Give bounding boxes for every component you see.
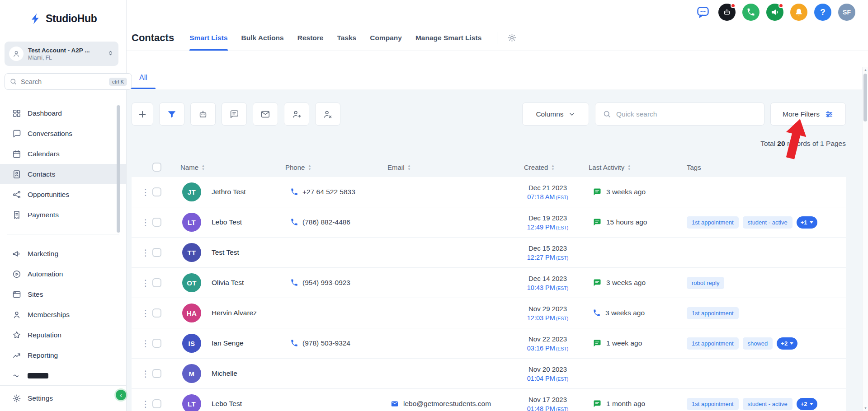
sidebar-item-reputation[interactable]: Reputation bbox=[0, 325, 126, 345]
tab-manage-smart-lists[interactable]: Manage Smart Lists bbox=[415, 25, 481, 51]
contact-name[interactable]: Lebo Test bbox=[212, 389, 242, 411]
remove-contact-button[interactable] bbox=[315, 103, 340, 126]
contact-name[interactable]: Michelle bbox=[212, 359, 237, 388]
column-header-created[interactable]: Created bbox=[524, 157, 554, 177]
tag[interactable]: student - active bbox=[743, 216, 793, 229]
row-checkbox[interactable] bbox=[152, 278, 161, 287]
sidebar-item-calendars[interactable]: Calendars bbox=[0, 144, 126, 164]
sidebar-item-automation[interactable]: Automation bbox=[0, 264, 126, 284]
table-row[interactable]: ⋮MMichelleNov 20 202301:04 PM(EST) bbox=[132, 359, 846, 389]
tab-all[interactable]: All bbox=[131, 66, 156, 89]
scroll-down-arrow-icon[interactable]: ▼ bbox=[863, 406, 868, 410]
select-all-checkbox[interactable] bbox=[152, 163, 161, 172]
tag[interactable]: 1st appointment bbox=[687, 307, 739, 319]
row-checkbox[interactable] bbox=[152, 399, 161, 408]
sidebar-scrollbar-thumb[interactable] bbox=[117, 105, 120, 233]
contact-name[interactable]: Ian Senge bbox=[212, 328, 244, 358]
sidebar-item-marketing[interactable]: Marketing bbox=[0, 243, 126, 264]
sidebar-item-conversations[interactable]: Conversations bbox=[0, 123, 126, 144]
table-row[interactable]: ⋮LTLebo Test(786) 882-4486Dec 19 202312:… bbox=[132, 207, 846, 238]
tag[interactable]: robot reply bbox=[687, 277, 724, 289]
row-checkbox[interactable] bbox=[152, 369, 161, 378]
contact-name[interactable]: Test Test bbox=[212, 238, 239, 267]
tag[interactable]: 1st appointment bbox=[687, 337, 739, 350]
account-switcher[interactable]: Test Account - A2P ... Miami, FL bbox=[5, 42, 118, 66]
tab-bulk-actions[interactable]: Bulk Actions bbox=[241, 25, 284, 51]
more-tags-button[interactable]: +1 bbox=[797, 216, 817, 229]
notifications-button[interactable] bbox=[790, 4, 807, 21]
phone-icon bbox=[290, 218, 298, 226]
tag[interactable]: student - active bbox=[743, 398, 793, 410]
row-checkbox[interactable] bbox=[152, 218, 161, 227]
more-tags-button[interactable]: +2 bbox=[777, 337, 797, 350]
import-contact-button[interactable] bbox=[284, 103, 309, 126]
sidebar-item-label: Calendars bbox=[28, 150, 60, 158]
quick-search-input[interactable] bbox=[616, 110, 757, 118]
tag[interactable]: 1st appointment bbox=[687, 398, 739, 410]
contact-name[interactable]: Jethro Test bbox=[212, 177, 246, 207]
row-menu-button[interactable]: ⋮ bbox=[142, 328, 150, 358]
column-header-email[interactable]: Email bbox=[387, 157, 410, 177]
table-row[interactable]: ⋮LTLebo Testlebo@getmorestudents.comNov … bbox=[132, 389, 846, 411]
sidebar-item-payments[interactable]: Payments bbox=[0, 205, 126, 225]
send-sms-button[interactable] bbox=[222, 103, 247, 126]
sidebar-item-settings[interactable]: Settings bbox=[0, 385, 126, 411]
row-checkbox[interactable] bbox=[152, 339, 161, 348]
row-menu-button[interactable]: ⋮ bbox=[142, 298, 150, 328]
filter-button[interactable] bbox=[159, 103, 184, 126]
announcements-button[interactable] bbox=[766, 4, 783, 21]
sidebar-item-opportunities[interactable]: Opportunities bbox=[0, 184, 126, 205]
bot-action-button[interactable] bbox=[190, 103, 216, 126]
columns-button[interactable]: Columns bbox=[522, 103, 589, 126]
tab-tasks[interactable]: Tasks bbox=[337, 25, 356, 51]
ai-bot-button[interactable] bbox=[718, 4, 736, 21]
row-menu-button[interactable]: ⋮ bbox=[142, 389, 150, 411]
messages-button[interactable] bbox=[694, 4, 712, 21]
sidebar-item-partial[interactable] bbox=[0, 365, 126, 382]
contacts-settings-gear-icon[interactable] bbox=[507, 33, 517, 42]
sidebar-item-reporting[interactable]: Reporting bbox=[0, 345, 126, 365]
send-email-button[interactable] bbox=[253, 103, 278, 126]
contact-name[interactable]: Lebo Test bbox=[212, 207, 242, 237]
row-checkbox[interactable] bbox=[152, 248, 161, 257]
quick-search-box[interactable] bbox=[595, 103, 764, 126]
sidebar-item-memberships[interactable]: Memberships bbox=[0, 304, 126, 325]
tag[interactable]: showed bbox=[743, 337, 773, 350]
row-menu-button[interactable]: ⋮ bbox=[142, 359, 150, 388]
tab-company[interactable]: Company bbox=[370, 25, 402, 51]
sidebar-item-contacts[interactable]: Contacts bbox=[0, 164, 126, 184]
more-tags-button[interactable]: +2 bbox=[797, 398, 817, 410]
tag[interactable]: 1st appointment bbox=[687, 216, 739, 229]
row-menu-button[interactable]: ⋮ bbox=[142, 238, 150, 267]
row-checkbox[interactable] bbox=[152, 187, 161, 196]
row-menu-button[interactable]: ⋮ bbox=[142, 207, 150, 237]
add-contact-button[interactable] bbox=[132, 103, 153, 126]
column-header-name[interactable]: Name bbox=[180, 157, 205, 177]
tab-restore[interactable]: Restore bbox=[297, 25, 324, 51]
contact-name[interactable]: Hervin Alvarez bbox=[212, 298, 257, 328]
table-row[interactable]: ⋮ISIan Senge(978) 503-9324Nov 22 202303:… bbox=[132, 328, 846, 359]
column-header-last-activity[interactable]: Last Activity bbox=[589, 157, 631, 177]
scroll-up-arrow-icon[interactable]: ▲ bbox=[863, 68, 868, 71]
row-menu-button[interactable]: ⋮ bbox=[142, 177, 150, 207]
sidebar-collapse-button[interactable]: ‹ bbox=[116, 390, 126, 400]
sidebar-item-sites[interactable]: Sites bbox=[0, 284, 126, 304]
table-row[interactable]: ⋮OTOlivia Test(954) 993-0923Dec 14 20231… bbox=[132, 268, 846, 298]
tab-smart-lists[interactable]: Smart Lists bbox=[189, 25, 227, 51]
table-row[interactable]: ⋮TTTest TestDec 15 202312:27 PM(EST) bbox=[132, 238, 846, 268]
row-menu-button[interactable]: ⋮ bbox=[142, 268, 150, 298]
scrollbar-thumb[interactable] bbox=[863, 74, 867, 121]
row-checkbox[interactable] bbox=[152, 308, 161, 318]
sidebar-search-box[interactable]: ctrl K bbox=[5, 73, 132, 90]
brand-logo[interactable]: StudioHub bbox=[30, 13, 97, 25]
content-scrollbar[interactable]: ▲ ▼ bbox=[862, 67, 868, 411]
phone-dialer-button[interactable] bbox=[742, 4, 760, 21]
table-row[interactable]: ⋮JTJethro Test+27 64 522 5833Dec 21 2023… bbox=[132, 177, 846, 207]
sidebar-search-input[interactable] bbox=[21, 78, 105, 85]
sidebar-item-dashboard[interactable]: Dashboard bbox=[0, 103, 126, 123]
column-header-phone[interactable]: Phone bbox=[285, 157, 311, 177]
help-button[interactable]: ? bbox=[814, 4, 831, 21]
table-row[interactable]: ⋮HAHervin AlvarezNov 29 202312:03 PM(EST… bbox=[132, 298, 846, 328]
profile-avatar[interactable]: SF bbox=[838, 4, 855, 21]
contact-name[interactable]: Olivia Test bbox=[212, 268, 244, 298]
